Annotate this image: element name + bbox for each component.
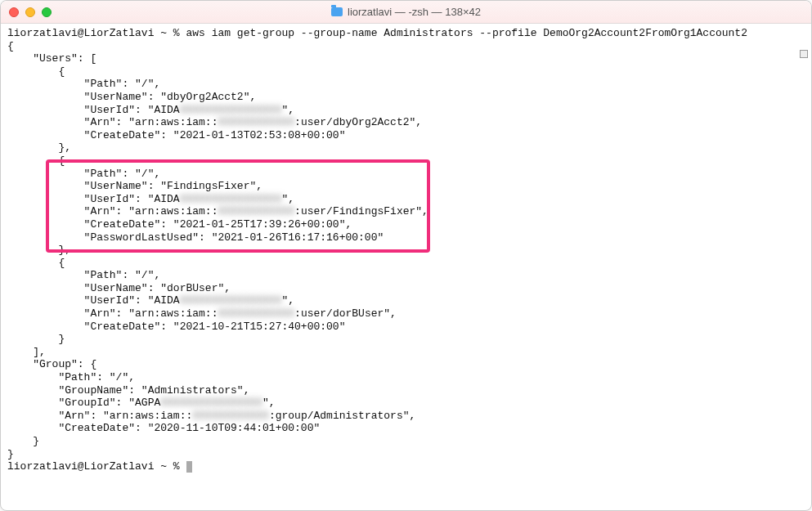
output-line: "UserName": "dbyOrg2Acct2", bbox=[7, 91, 805, 104]
prompt-line: liorzatlavi@LiorZatlavi ~ % bbox=[7, 460, 805, 473]
output-line: { bbox=[7, 40, 805, 53]
output-line: { bbox=[7, 65, 805, 78]
titlebar: liorzatlavi — -zsh — 138×42 bbox=[1, 1, 811, 24]
prompt: liorzatlavi@LiorZatlavi ~ % bbox=[7, 460, 186, 473]
minimize-icon[interactable] bbox=[25, 7, 35, 17]
output-line: "UserName": "FindingsFixer", bbox=[7, 180, 805, 193]
output-line: ], bbox=[7, 346, 805, 359]
window-title-text: liorzatlavi — -zsh — 138×42 bbox=[348, 6, 481, 19]
output-line: { bbox=[7, 257, 805, 270]
redacted: XXXXXXXXXXXX bbox=[218, 116, 294, 128]
arn-prefix: "Arn": "arn:aws:iam:: bbox=[7, 307, 218, 320]
userid-prefix: "UserId": "AIDA bbox=[7, 104, 180, 116]
output-line: "Group": { bbox=[7, 358, 805, 371]
output-line: "Users": [ bbox=[7, 52, 805, 65]
window-controls bbox=[9, 7, 52, 17]
output-line: "UserName": "dorBUser", bbox=[7, 282, 805, 295]
output-line: "CreateDate": "2021-01-13T02:53:08+00:00… bbox=[7, 129, 805, 142]
groupid-prefix: "GroupId": "AGPA bbox=[7, 397, 160, 409]
output-line: "Path": "/", bbox=[7, 371, 805, 384]
redacted: XXXXXXXXXXXXXXXX bbox=[180, 294, 282, 307]
output-line: "UserId": "AIDAXXXXXXXXXXXXXXXX", bbox=[7, 193, 805, 206]
output-line: "CreateDate": "2020-11-10T09:44:01+00:00… bbox=[7, 422, 805, 435]
userid-suffix: ", bbox=[281, 193, 294, 205]
output-line: } bbox=[7, 333, 805, 346]
output-line: "UserId": "AIDAXXXXXXXXXXXXXXXX", bbox=[7, 294, 805, 307]
output-line: "Path": "/", bbox=[7, 269, 805, 282]
terminal-window: liorzatlavi — -zsh — 138×42 liorzatlavi@… bbox=[0, 0, 812, 511]
output-line: "Path": "/", bbox=[7, 78, 805, 91]
userid-prefix: "UserId": "AIDA bbox=[7, 294, 180, 307]
output-line: } bbox=[7, 435, 805, 448]
redacted: XXXXXXXXXXXXXXXX bbox=[180, 104, 282, 116]
redacted: XXXXXXXXXXXXXXXX bbox=[180, 193, 282, 205]
command-text: aws iam get-group --group-name Administr… bbox=[186, 27, 747, 39]
groupid-suffix: ", bbox=[262, 397, 276, 409]
close-icon[interactable] bbox=[9, 7, 19, 17]
output-line: "CreateDate": "2021-10-21T15:27:40+00:00… bbox=[7, 320, 805, 334]
output-line: "CreateDate": "2021-01-25T17:39:26+00:00… bbox=[7, 218, 805, 231]
arn-suffix: :user/dbyOrg2Acct2", bbox=[294, 116, 422, 128]
userid-suffix: ", bbox=[281, 294, 294, 307]
arn-suffix: :group/Administrators", bbox=[269, 410, 415, 422]
output-line: "Arn": "arn:aws:iam::XXXXXXXXXXXX:group/… bbox=[7, 410, 805, 423]
arn-prefix: "Arn": "arn:aws:iam:: bbox=[7, 205, 218, 217]
output-line: "GroupName": "Administrators", bbox=[7, 384, 805, 397]
arn-prefix: "Arn": "arn:aws:iam:: bbox=[7, 410, 192, 422]
cursor-icon bbox=[186, 461, 192, 473]
output-line: "Arn": "arn:aws:iam::XXXXXXXXXXXX:user/d… bbox=[7, 307, 805, 320]
redacted: XXXXXXXXXXXX bbox=[192, 410, 269, 422]
output-line: } bbox=[7, 448, 805, 461]
redacted: XXXXXXXXXXXXXXXX bbox=[160, 397, 262, 409]
scroll-indicator-icon bbox=[800, 50, 808, 58]
output-line: }, bbox=[7, 141, 805, 155]
zoom-icon[interactable] bbox=[42, 7, 52, 17]
output-line: }, bbox=[7, 244, 805, 257]
output-line: "UserId": "AIDAXXXXXXXXXXXXXXXX", bbox=[7, 104, 805, 117]
prompt-line: liorzatlavi@LiorZatlavi ~ % aws iam get-… bbox=[7, 27, 805, 40]
output-line: { bbox=[7, 155, 805, 168]
folder-icon bbox=[331, 7, 343, 16]
redacted: XXXXXXXXXXXX bbox=[218, 307, 294, 320]
prompt: liorzatlavi@LiorZatlavi ~ % bbox=[7, 27, 186, 39]
output-line: "Arn": "arn:aws:iam::XXXXXXXXXXXX:user/d… bbox=[7, 116, 805, 129]
terminal-body[interactable]: liorzatlavi@LiorZatlavi ~ % aws iam get-… bbox=[1, 24, 811, 510]
arn-suffix: :user/FindingsFixer", bbox=[294, 205, 428, 217]
window-title: liorzatlavi — -zsh — 138×42 bbox=[1, 6, 811, 19]
output-line: "PasswordLastUsed": "2021-01-26T16:17:16… bbox=[7, 231, 805, 244]
output-line: "GroupId": "AGPAXXXXXXXXXXXXXXXX", bbox=[7, 397, 805, 410]
arn-prefix: "Arn": "arn:aws:iam:: bbox=[7, 116, 218, 128]
redacted: XXXXXXXXXXXX bbox=[218, 205, 294, 217]
userid-suffix: ", bbox=[281, 104, 294, 116]
arn-suffix: :user/dorBUser", bbox=[294, 307, 397, 320]
output-line: "Arn": "arn:aws:iam::XXXXXXXXXXXX:user/F… bbox=[7, 205, 805, 218]
output-line: "Path": "/", bbox=[7, 168, 805, 181]
userid-prefix: "UserId": "AIDA bbox=[7, 193, 180, 205]
